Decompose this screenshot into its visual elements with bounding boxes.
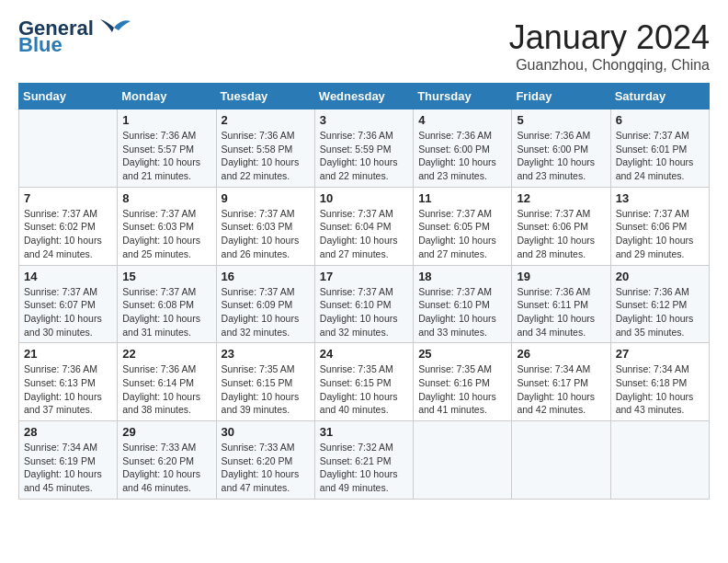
day-info: Sunrise: 7:37 AMSunset: 6:06 PMDaylight:… (616, 207, 704, 261)
day-info: Sunrise: 7:37 AMSunset: 6:05 PMDaylight:… (418, 207, 506, 261)
day-number: 22 (122, 347, 210, 361)
day-number: 15 (122, 270, 210, 283)
day-cell: 6Sunrise: 7:37 AMSunset: 6:01 PMDaylight… (610, 109, 709, 188)
day-number: 17 (320, 270, 408, 283)
day-number: 11 (418, 191, 506, 205)
day-number: 24 (320, 347, 408, 361)
day-number: 26 (517, 347, 605, 361)
day-number: 18 (418, 270, 506, 283)
day-info: Sunrise: 7:35 AMSunset: 6:15 PMDaylight:… (320, 362, 408, 417)
day-cell: 26Sunrise: 7:34 AMSunset: 6:17 PMDayligh… (512, 343, 610, 421)
day-info: Sunrise: 7:36 AMSunset: 6:11 PMDaylight:… (517, 285, 605, 339)
day-number: 4 (418, 113, 506, 127)
day-info: Sunrise: 7:34 AMSunset: 6:18 PMDaylight:… (616, 362, 704, 417)
day-info: Sunrise: 7:37 AMSunset: 6:10 PMDaylight:… (320, 285, 408, 339)
header-saturday: Saturday (610, 84, 709, 109)
week-row-1: 1Sunrise: 7:36 AMSunset: 5:57 PMDaylight… (19, 109, 710, 188)
header-row: SundayMondayTuesdayWednesdayThursdayFrid… (19, 84, 710, 109)
day-cell: 22Sunrise: 7:36 AMSunset: 6:14 PMDayligh… (118, 343, 216, 421)
day-number: 16 (222, 270, 310, 283)
day-cell: 19Sunrise: 7:36 AMSunset: 6:11 PMDayligh… (512, 265, 610, 343)
day-cell: 12Sunrise: 7:37 AMSunset: 6:06 PMDayligh… (512, 187, 610, 265)
header-wednesday: Wednesday (314, 84, 413, 109)
day-info: Sunrise: 7:37 AMSunset: 6:01 PMDaylight:… (616, 129, 704, 183)
day-number: 8 (122, 191, 210, 205)
day-info: Sunrise: 7:34 AMSunset: 6:17 PMDaylight:… (517, 362, 605, 417)
day-number: 5 (517, 113, 605, 127)
day-number: 31 (320, 425, 408, 439)
location: Guanzhou, Chongqing, China (509, 57, 710, 74)
day-cell: 1Sunrise: 7:36 AMSunset: 5:57 PMDaylight… (118, 109, 216, 188)
day-info: Sunrise: 7:36 AMSunset: 6:12 PMDaylight:… (616, 285, 704, 339)
day-number: 27 (616, 347, 704, 361)
day-cell: 24Sunrise: 7:35 AMSunset: 6:15 PMDayligh… (314, 343, 413, 421)
title-block: January 2024 Guanzhou, Chongqing, China (509, 18, 710, 74)
day-cell: 21Sunrise: 7:36 AMSunset: 6:13 PMDayligh… (19, 343, 118, 421)
day-number: 1 (122, 113, 210, 127)
day-cell: 23Sunrise: 7:35 AMSunset: 6:15 PMDayligh… (216, 343, 314, 421)
day-number: 21 (24, 347, 112, 361)
day-cell: 29Sunrise: 7:33 AMSunset: 6:20 PMDayligh… (118, 421, 216, 500)
day-number: 9 (222, 191, 310, 205)
day-cell: 13Sunrise: 7:37 AMSunset: 6:06 PMDayligh… (610, 187, 709, 265)
day-cell: 8Sunrise: 7:37 AMSunset: 6:03 PMDaylight… (118, 187, 216, 265)
day-info: Sunrise: 7:36 AMSunset: 5:59 PMDaylight:… (320, 129, 408, 183)
day-cell: 16Sunrise: 7:37 AMSunset: 6:09 PMDayligh… (216, 265, 314, 343)
page-header: General Blue January 2024 Guanzhou, Chon… (18, 18, 710, 74)
calendar-table: SundayMondayTuesdayWednesdayThursdayFrid… (18, 83, 710, 500)
day-number: 19 (517, 270, 605, 283)
day-number: 3 (320, 113, 408, 127)
day-number: 12 (517, 191, 605, 205)
day-cell: 17Sunrise: 7:37 AMSunset: 6:10 PMDayligh… (314, 265, 413, 343)
day-info: Sunrise: 7:36 AMSunset: 5:57 PMDaylight:… (122, 129, 210, 183)
day-number: 14 (24, 270, 112, 283)
day-info: Sunrise: 7:37 AMSunset: 6:06 PMDaylight:… (517, 207, 605, 261)
day-number: 13 (616, 191, 704, 205)
day-cell: 25Sunrise: 7:35 AMSunset: 6:16 PMDayligh… (414, 343, 512, 421)
day-cell: 4Sunrise: 7:36 AMSunset: 6:00 PMDaylight… (414, 109, 512, 188)
day-number: 7 (24, 191, 112, 205)
header-monday: Monday (118, 84, 216, 109)
day-info: Sunrise: 7:36 AMSunset: 6:13 PMDaylight:… (24, 362, 112, 417)
day-info: Sunrise: 7:37 AMSunset: 6:07 PMDaylight:… (24, 285, 112, 339)
day-info: Sunrise: 7:33 AMSunset: 6:20 PMDaylight:… (222, 441, 310, 495)
day-info: Sunrise: 7:37 AMSunset: 6:10 PMDaylight:… (418, 285, 506, 339)
week-row-3: 14Sunrise: 7:37 AMSunset: 6:07 PMDayligh… (19, 265, 710, 343)
day-info: Sunrise: 7:37 AMSunset: 6:04 PMDaylight:… (320, 207, 408, 261)
logo-bird-icon (96, 14, 132, 41)
day-info: Sunrise: 7:33 AMSunset: 6:20 PMDaylight:… (122, 441, 210, 495)
week-row-2: 7Sunrise: 7:37 AMSunset: 6:02 PMDaylight… (19, 187, 710, 265)
day-info: Sunrise: 7:37 AMSunset: 6:02 PMDaylight:… (24, 207, 112, 261)
day-cell: 14Sunrise: 7:37 AMSunset: 6:07 PMDayligh… (19, 265, 118, 343)
week-row-4: 21Sunrise: 7:36 AMSunset: 6:13 PMDayligh… (19, 343, 710, 421)
header-friday: Friday (512, 84, 610, 109)
day-info: Sunrise: 7:36 AMSunset: 6:00 PMDaylight:… (418, 129, 506, 183)
day-cell: 18Sunrise: 7:37 AMSunset: 6:10 PMDayligh… (414, 265, 512, 343)
day-number: 20 (616, 270, 704, 283)
day-cell (414, 421, 512, 500)
day-info: Sunrise: 7:36 AMSunset: 5:58 PMDaylight:… (222, 129, 310, 183)
day-cell: 2Sunrise: 7:36 AMSunset: 5:58 PMDaylight… (216, 109, 314, 188)
day-number: 23 (222, 347, 310, 361)
day-info: Sunrise: 7:37 AMSunset: 6:03 PMDaylight:… (222, 207, 310, 261)
day-info: Sunrise: 7:34 AMSunset: 6:19 PMDaylight:… (24, 441, 112, 495)
day-cell (610, 421, 709, 500)
day-number: 2 (222, 113, 310, 127)
day-cell: 20Sunrise: 7:36 AMSunset: 6:12 PMDayligh… (610, 265, 709, 343)
day-cell: 10Sunrise: 7:37 AMSunset: 6:04 PMDayligh… (314, 187, 413, 265)
week-row-5: 28Sunrise: 7:34 AMSunset: 6:19 PMDayligh… (19, 421, 710, 500)
month-title: January 2024 (509, 18, 710, 57)
day-info: Sunrise: 7:37 AMSunset: 6:09 PMDaylight:… (222, 285, 310, 339)
day-number: 6 (616, 113, 704, 127)
day-cell (512, 421, 610, 500)
day-number: 28 (24, 425, 112, 439)
day-cell: 9Sunrise: 7:37 AMSunset: 6:03 PMDaylight… (216, 187, 314, 265)
day-info: Sunrise: 7:36 AMSunset: 6:14 PMDaylight:… (122, 362, 210, 417)
day-number: 30 (222, 425, 310, 439)
day-info: Sunrise: 7:35 AMSunset: 6:16 PMDaylight:… (418, 362, 506, 417)
day-cell: 31Sunrise: 7:32 AMSunset: 6:21 PMDayligh… (314, 421, 413, 500)
day-info: Sunrise: 7:32 AMSunset: 6:21 PMDaylight:… (320, 441, 408, 495)
day-cell: 11Sunrise: 7:37 AMSunset: 6:05 PMDayligh… (414, 187, 512, 265)
day-cell: 15Sunrise: 7:37 AMSunset: 6:08 PMDayligh… (118, 265, 216, 343)
day-cell: 27Sunrise: 7:34 AMSunset: 6:18 PMDayligh… (610, 343, 709, 421)
